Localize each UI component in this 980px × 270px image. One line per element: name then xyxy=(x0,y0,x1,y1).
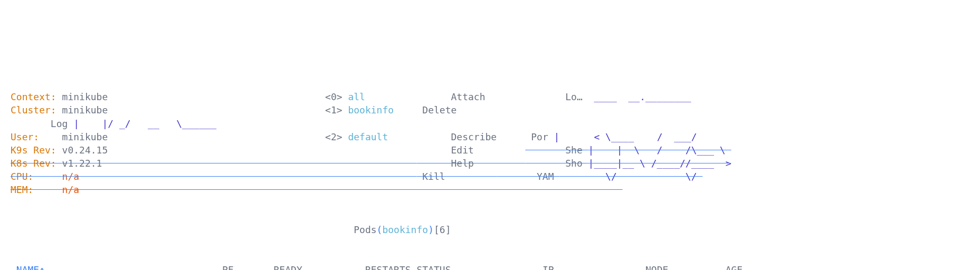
title-count: [6] xyxy=(434,224,451,235)
hotkey-text: Edit xyxy=(451,144,525,156)
info-label: User: xyxy=(11,131,62,142)
hotkey-text: Describe xyxy=(451,131,525,142)
hotkey-text: YAM xyxy=(537,171,559,182)
info-value: minikube xyxy=(62,131,326,142)
info-label: K9s Rev: xyxy=(11,144,62,156)
hotkey-key xyxy=(525,158,565,169)
col-restarts[interactable]: RESTARTS xyxy=(331,264,417,270)
hotkey-key xyxy=(416,131,451,142)
col-status[interactable]: STATUS xyxy=(416,264,542,270)
header-panel: Context: minikube <0> all Attach Lo… ___… xyxy=(11,90,969,197)
info-value: minikube xyxy=(62,104,326,115)
k9s-pods-view: Context: minikube <0> all Attach Lo… ___… xyxy=(11,64,969,270)
col-node[interactable]: NODE xyxy=(645,264,726,270)
ns-name[interactable]: bookinfo xyxy=(348,104,416,115)
info-label: Cluster: xyxy=(11,104,62,115)
col-pf[interactable]: PF xyxy=(222,264,274,270)
hotkey-key xyxy=(416,158,451,169)
hotkey-key xyxy=(497,171,537,182)
hotkey-key xyxy=(416,91,451,102)
title-prefix: Pods xyxy=(354,224,376,235)
ascii-art: | |/ _/ __ \______ xyxy=(73,118,216,129)
info-value: v1.22.1 xyxy=(62,158,326,169)
info-label: Context: xyxy=(11,91,62,102)
info-value: n/a xyxy=(62,184,326,195)
ascii-art: \/ \/ xyxy=(559,171,702,182)
hotkey-text: Por xyxy=(531,131,554,142)
hotkey-key xyxy=(416,104,422,115)
hotkey-text: Help xyxy=(451,158,525,169)
title-line: Pods(bookinfo)[6] xyxy=(11,223,969,236)
hotkey-key: Log | |/ _/ __ \______ User: minikube <2… xyxy=(11,117,969,197)
hotkey-key xyxy=(525,144,565,156)
ns-key[interactable]: <1> xyxy=(325,104,348,115)
hotkey-text: Kill xyxy=(422,171,497,182)
col-name[interactable]: NAME↑ xyxy=(16,264,222,270)
hotkey-key xyxy=(525,131,531,142)
hotkey-text: She xyxy=(565,144,588,156)
info-value: n/a xyxy=(62,171,326,182)
ascii-art: ____ __.________ xyxy=(588,91,731,102)
hotkey-key xyxy=(525,91,565,102)
info-value: minikube xyxy=(62,91,326,102)
col-ip[interactable]: IP xyxy=(543,264,645,270)
hotkey-text: Log xyxy=(51,118,73,129)
hotkey-key xyxy=(416,144,451,156)
ns-key[interactable]: <2> xyxy=(325,131,348,142)
ns-name[interactable]: all xyxy=(348,91,416,102)
hotkey-text: Delete xyxy=(422,104,497,115)
ns-name[interactable]: default xyxy=(348,131,416,142)
info-label: CPU: xyxy=(11,171,62,182)
hotkey-text: Attach xyxy=(451,91,525,102)
ns-key[interactable]: <0> xyxy=(325,91,348,102)
title-lparen: ( xyxy=(377,224,383,235)
info-label: K8s Rev: xyxy=(11,158,62,169)
ascii-art: | | \ / /\___ \ xyxy=(588,144,731,156)
ascii-art: | < \____ / ___/ xyxy=(554,131,697,142)
info-value: v0.24.15 xyxy=(62,144,326,156)
col-age[interactable]: AGE xyxy=(726,264,783,270)
col-ready[interactable]: READY xyxy=(274,264,331,270)
hotkey-key xyxy=(416,171,422,182)
info-label: MEM: xyxy=(11,184,62,195)
hotkey-text: Sho xyxy=(565,158,588,169)
title-rparen: ) xyxy=(428,224,434,235)
hotkey-text: Lo… xyxy=(565,91,588,102)
title-ns: bookinfo xyxy=(382,224,428,235)
pods-table[interactable]: NAME↑ PF READY RESTARTS STATUS IP NODE A… xyxy=(11,263,969,270)
ascii-art: |____|__ \ /____//____ > xyxy=(588,158,731,169)
